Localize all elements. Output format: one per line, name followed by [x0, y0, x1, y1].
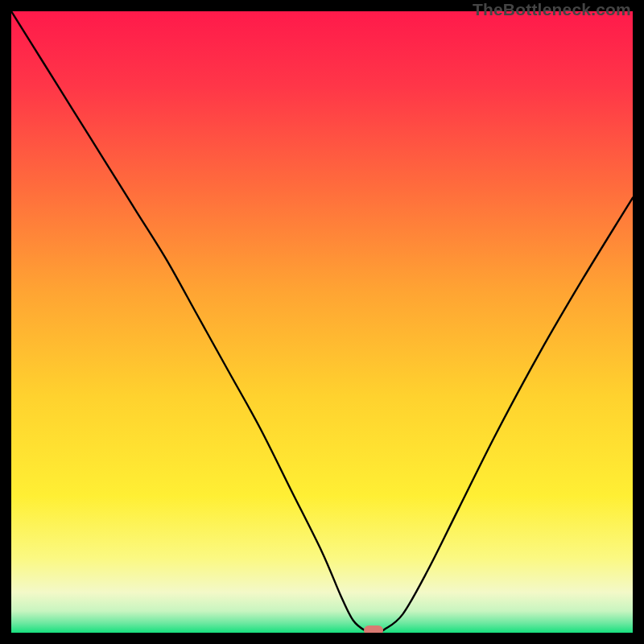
bottleneck-curve	[11, 11, 633, 633]
watermark-text: TheBottleneck.com	[473, 0, 631, 19]
minimum-marker	[364, 625, 384, 633]
plot-area	[11, 11, 633, 633]
chart-container: TheBottleneck.com	[0, 0, 644, 644]
